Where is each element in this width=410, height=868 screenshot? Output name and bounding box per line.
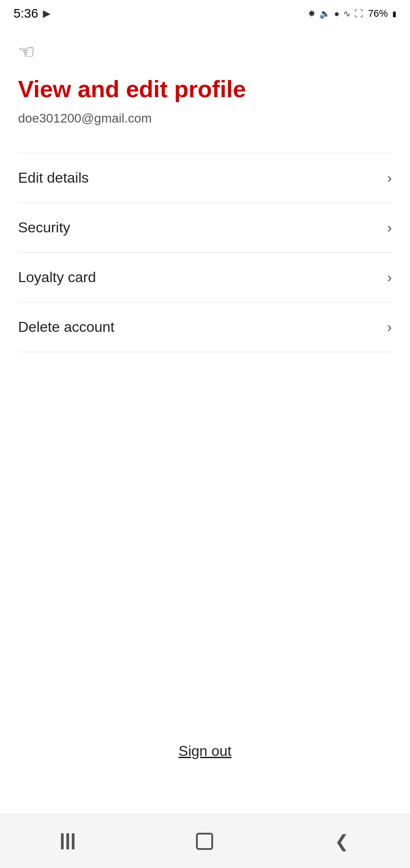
nav-bar-2 — [66, 833, 69, 849]
menu-item-delete-account[interactable]: Delete account › — [18, 302, 392, 352]
delete-account-label: Delete account — [18, 319, 114, 335]
nav-back-button[interactable]: ❮ — [335, 831, 349, 851]
back-button-area[interactable]: ☜ — [18, 36, 392, 63]
bluetooth-icon: ✸ — [308, 8, 316, 19]
battery-percentage: 76% — [368, 8, 388, 19]
status-time: 5:36 — [14, 6, 38, 21]
user-email: doe301200@gmail.com — [18, 111, 392, 126]
security-label: Security — [18, 219, 70, 236]
loyalty-card-label: Loyalty card — [18, 269, 96, 286]
status-bar-left: 5:36 ▶ — [14, 6, 51, 21]
camera-icon: ▶ — [43, 8, 51, 19]
nav-home-square-icon — [196, 833, 213, 850]
location-icon: ● — [334, 9, 340, 19]
edit-details-label: Edit details — [18, 170, 89, 186]
wifi-icon: ∿ — [343, 8, 351, 19]
status-bar-right: ✸ 🔈 ● ∿ ⛶ 76% ▮ — [308, 8, 396, 19]
battery-icon: ▮ — [392, 9, 396, 18]
sign-out-container: Sign out — [0, 743, 410, 760]
back-button[interactable]: ☜ — [18, 41, 35, 62]
menu-item-security[interactable]: Security › — [18, 203, 392, 253]
nav-menu-bars-icon — [61, 833, 75, 849]
mute-icon: 🔈 — [319, 8, 331, 19]
menu-list: Edit details › Security › Loyalty card ›… — [18, 153, 392, 352]
status-bar: 5:36 ▶ ✸ 🔈 ● ∿ ⛶ 76% ▮ — [0, 0, 410, 27]
nav-bar-3 — [72, 833, 75, 849]
nav-home-button[interactable] — [196, 833, 213, 850]
chevron-right-icon: › — [387, 170, 392, 186]
page-title: View and edit profile — [18, 76, 392, 102]
nav-menu-button[interactable] — [61, 833, 75, 849]
nav-bar-1 — [61, 833, 64, 849]
bottom-nav: ❮ — [0, 814, 410, 868]
menu-item-loyalty-card[interactable]: Loyalty card › — [18, 253, 392, 302]
chevron-right-icon: › — [387, 219, 392, 236]
main-content: ☜ View and edit profile doe301200@gmail.… — [0, 27, 410, 352]
menu-item-edit-details[interactable]: Edit details › — [18, 153, 392, 203]
sign-out-button[interactable]: Sign out — [178, 743, 231, 760]
signal-icon: ⛶ — [354, 9, 363, 19]
status-icons: ✸ 🔈 ● ∿ ⛶ — [308, 8, 363, 19]
chevron-right-icon: › — [387, 269, 392, 286]
chevron-right-icon: › — [387, 319, 392, 335]
nav-back-arrow-icon: ❮ — [335, 831, 349, 851]
